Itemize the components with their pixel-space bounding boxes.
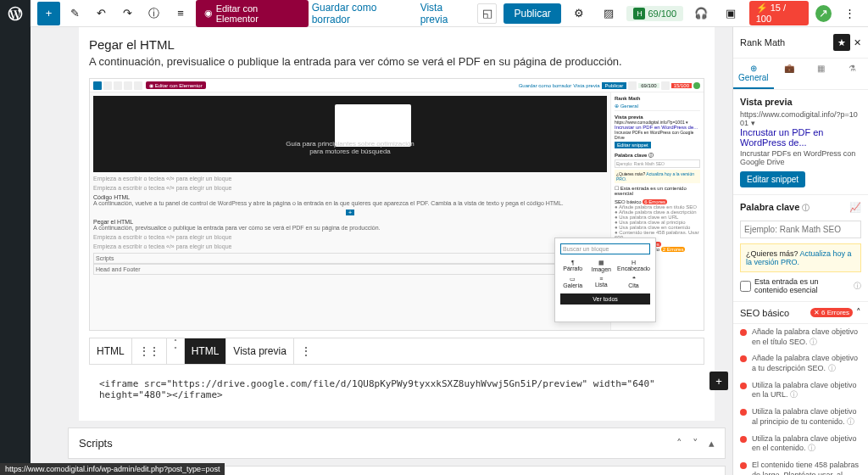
editor-topbar: + ✎ ↶ ↷ ⓘ ≡ ◉Editar con Elementor Guarda…	[31, 0, 868, 27]
scripts-header[interactable]: Scripts ˄ ˅ ▴	[69, 428, 725, 458]
edit-mode-icon[interactable]: ✎	[64, 2, 86, 25]
close-icon[interactable]: ✕	[854, 37, 861, 48]
rankmath-sidebar: Rank Math ★ ✕ ⊕ General 💼 ▦ ⚗ Vista prev…	[732, 27, 868, 475]
wp-admin-sidebar	[0, 0, 31, 475]
seo-item: Utiliza la palabra clave objetivo en el …	[733, 431, 868, 457]
seo-items-list: Añade la palabra clave objetivo en el tí…	[733, 324, 868, 475]
chevron-toggle-icon[interactable]: ▴	[709, 437, 715, 450]
star-icon[interactable]: ★	[833, 34, 850, 51]
outline-icon[interactable]: ≡	[170, 2, 192, 25]
tab-schema-icon[interactable]: ▦	[805, 59, 837, 89]
serp-title: Incrustar un PDF en WordPress de...	[740, 127, 861, 148]
essential-label: Esta entrada es un contenido esencial	[754, 277, 850, 294]
serp-description: Incrustar PDFs en WordPress con Google D…	[740, 149, 861, 166]
settings-icon[interactable]: ⚙	[568, 2, 591, 25]
redo-icon[interactable]: ↷	[116, 2, 139, 25]
wordpress-logo-icon[interactable]	[0, 0, 31, 27]
content-heading[interactable]: Pegar el HTML	[89, 37, 704, 52]
chevron-up-icon[interactable]: ˄	[676, 437, 682, 450]
preview-tab[interactable]: Vista previa	[226, 338, 293, 364]
scripts-panel: Scripts ˄ ˅ ▴	[68, 428, 726, 459]
preview-cache-icon[interactable]: ◱	[477, 3, 497, 24]
seo-item: El contenido tiene 458 palabras de largo…	[733, 457, 868, 475]
seo-item: Utiliza la palabra clave objetivo en la …	[733, 377, 868, 404]
add-block-icon[interactable]: +	[37, 2, 60, 25]
block-toolbar: HTML ⋮⋮ ˄˅ HTML Vista previa ⋮	[89, 338, 704, 365]
pro-notice: ¿Quieres más? Actualiza hoy a la versión…	[740, 243, 861, 272]
headphones-icon[interactable]: 🎧	[690, 2, 713, 25]
drag-handle-icon[interactable]: ⋮⋮	[132, 338, 167, 364]
chevron-down-icon[interactable]: ˅	[693, 437, 698, 450]
seo-item: Utiliza la palabra clave objetivo al pri…	[733, 404, 868, 430]
seo-item: Añade la palabra clave objetivo en el tí…	[733, 324, 868, 350]
undo-icon[interactable]: ↶	[90, 2, 113, 25]
move-up-icon[interactable]: ˄˅	[167, 338, 185, 364]
trend-icon[interactable]: 📈	[849, 202, 861, 213]
words-badge[interactable]: ⚡ 15 / 100	[749, 1, 809, 25]
rankmath-title: Rank Math	[740, 37, 785, 48]
elementor-button[interactable]: ◉Editar con Elementor	[196, 0, 309, 27]
info-icon[interactable]: ⓘ	[802, 204, 810, 212]
html-code-block[interactable]: <iframe src="https://drive.google.com/fi…	[89, 368, 704, 411]
keyword-label: Palabra clave ⓘ 📈	[740, 202, 861, 214]
seo-basic-accordion[interactable]: SEO básico ✕ 6 Errores ˄	[733, 302, 868, 324]
publish-button[interactable]: Publicar	[504, 3, 560, 24]
block-more-icon[interactable]: ⋮	[294, 338, 318, 364]
essential-checkbox[interactable]	[740, 281, 751, 292]
seo-item: Añade la palabra clave objetivo a tu des…	[733, 350, 868, 377]
keyword-input[interactable]	[740, 221, 861, 238]
chevron-up-icon: ˄	[856, 307, 861, 318]
seo-score-badge[interactable]: 69/100	[626, 6, 683, 21]
add-block-floating-button[interactable]: +	[709, 372, 728, 390]
tab-advanced-icon[interactable]: 💼	[774, 59, 805, 89]
more-icon[interactable]: ⋮	[838, 2, 861, 25]
browser-status-bar: https://www.comodigital.info/wp-admin/ed…	[0, 463, 225, 475]
tab-filter-icon[interactable]: ⚗	[837, 59, 868, 89]
preview-link[interactable]: Vista previa	[420, 2, 471, 25]
box-icon[interactable]: ▣	[720, 2, 743, 25]
block-inserter-popup: Buscar un bloque ¶Párrafo▦ImagenHEncabez…	[554, 238, 656, 322]
tab-general[interactable]: ⊕ General	[733, 59, 774, 89]
jetpack-icon[interactable]: ↗	[815, 5, 832, 22]
yoast-icon[interactable]: ▨	[598, 2, 620, 25]
save-draft-link[interactable]: Guardar como borrador	[312, 2, 414, 25]
content-paragraph[interactable]: A continuación, previsualice o publique …	[89, 55, 704, 68]
preview-section-title: Vista previa	[740, 97, 861, 107]
html-tab[interactable]: HTML	[185, 338, 227, 364]
serp-url: https://www.comodigital.info/?p=1001 ▾	[740, 110, 861, 127]
info-icon[interactable]: ⓘ	[142, 2, 165, 25]
edit-snippet-button[interactable]: Editar snippet	[740, 171, 805, 187]
toolbar-html-label[interactable]: HTML	[90, 338, 132, 364]
editor-column: Pegar el HTML A continuación, previsuali…	[61, 27, 732, 475]
